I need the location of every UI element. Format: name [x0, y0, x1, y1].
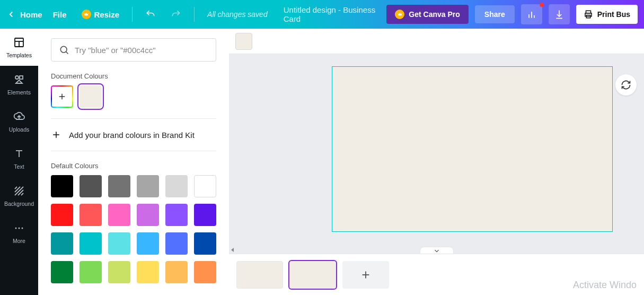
- colour-swatch[interactable]: [137, 232, 159, 255]
- page-thumbnail-1[interactable]: [236, 261, 283, 289]
- colour-swatch[interactable]: [165, 204, 188, 226]
- colour-swatch[interactable]: [165, 175, 188, 197]
- colour-swatch[interactable]: [108, 175, 130, 197]
- rail-elements[interactable]: Elements: [0, 66, 38, 103]
- rail-label: Text: [14, 163, 24, 170]
- undo-icon: [145, 9, 156, 20]
- horizontal-scroll-left[interactable]: [230, 245, 236, 251]
- svg-line-24: [66, 52, 68, 54]
- design-canvas[interactable]: [332, 67, 612, 231]
- page-thumbnail-2[interactable]: [289, 261, 336, 289]
- colour-swatch[interactable]: [165, 261, 188, 283]
- undo-button[interactable]: [141, 5, 160, 24]
- colour-swatch[interactable]: [137, 261, 159, 283]
- get-pro-button[interactable]: Get Canva Pro: [386, 5, 468, 24]
- svg-point-21: [19, 228, 20, 229]
- svg-marker-12: [16, 80, 22, 83]
- colour-swatch[interactable]: [80, 232, 102, 255]
- canvas-area: Activate Windo: [229, 29, 644, 295]
- canvas-stage[interactable]: [229, 54, 644, 254]
- download-icon: [554, 9, 564, 20]
- brand-kit-link[interactable]: Add your brand colours in Brand Kit: [51, 129, 216, 140]
- colour-swatch[interactable]: [194, 261, 216, 283]
- rail-uploads[interactable]: Uploads: [0, 103, 38, 140]
- top-toolbar: Home File Resize All changes saved Untit…: [0, 0, 644, 29]
- add-colour-button[interactable]: [51, 85, 73, 108]
- text-icon: [13, 148, 25, 160]
- resize-label: Resize: [94, 10, 120, 19]
- document-colour-swatch[interactable]: [80, 85, 102, 108]
- colour-swatch[interactable]: [108, 261, 130, 283]
- colour-swatch[interactable]: [80, 175, 102, 197]
- colour-swatch[interactable]: [194, 175, 216, 197]
- crown-icon: [395, 10, 404, 19]
- svg-point-10: [15, 76, 19, 79]
- print-icon: [584, 10, 593, 19]
- rail-label: Templates: [6, 52, 32, 58]
- print-button[interactable]: Print Bus: [576, 5, 638, 24]
- file-menu[interactable]: File: [49, 10, 71, 19]
- svg-point-20: [15, 228, 17, 229]
- rail-background[interactable]: Background: [0, 177, 38, 214]
- chevron-down-icon: [433, 247, 440, 254]
- colour-swatch[interactable]: [80, 204, 102, 226]
- home-button[interactable]: Home: [6, 10, 42, 19]
- colour-swatch[interactable]: [137, 175, 159, 197]
- insights-button[interactable]: [521, 4, 542, 24]
- color-search[interactable]: [51, 38, 216, 62]
- colour-swatch[interactable]: [194, 204, 216, 226]
- templates-icon: [13, 36, 25, 49]
- colour-swatch[interactable]: [108, 204, 130, 226]
- colour-swatch[interactable]: [165, 232, 188, 255]
- add-page-button[interactable]: [342, 261, 389, 289]
- rail-text[interactable]: Text: [0, 140, 38, 177]
- svg-point-23: [60, 46, 67, 53]
- svg-marker-29: [231, 248, 234, 252]
- current-fill-swatch[interactable]: [235, 33, 252, 50]
- notification-dot: [540, 3, 544, 7]
- triangle-left-icon: [230, 247, 235, 253]
- rail-label: Uploads: [9, 126, 30, 133]
- colour-swatch[interactable]: [137, 204, 159, 226]
- document-title[interactable]: Untitled design - Business Card: [284, 5, 381, 23]
- plus-icon: [360, 269, 372, 281]
- brand-kit-text: Add your brand colours in Brand Kit: [69, 131, 195, 140]
- svg-line-19: [21, 193, 23, 195]
- crown-icon: [82, 10, 91, 19]
- chevron-left-icon: [6, 10, 16, 19]
- search-input[interactable]: [75, 46, 208, 55]
- document-colours-label: Document Colours: [51, 72, 216, 80]
- color-panel: Document Colours Add your brand colours …: [38, 29, 229, 295]
- plus-icon: [51, 129, 61, 140]
- share-button[interactable]: Share: [475, 5, 515, 23]
- colour-swatch[interactable]: [51, 261, 73, 283]
- colour-swatch[interactable]: [51, 232, 73, 255]
- home-label: Home: [20, 10, 42, 19]
- rail-templates[interactable]: Templates: [0, 29, 38, 66]
- bar-chart-icon: [526, 9, 537, 20]
- divider: [132, 7, 133, 22]
- rail-label: More: [13, 238, 25, 244]
- rail-more[interactable]: More: [0, 214, 38, 251]
- divider: [194, 7, 195, 22]
- save-status: All changes saved: [207, 10, 268, 19]
- elements-icon: [13, 73, 25, 86]
- more-icon: [13, 222, 25, 235]
- redo-button[interactable]: [166, 5, 186, 24]
- canvas-toolbar: [229, 29, 644, 54]
- download-button[interactable]: [549, 4, 570, 24]
- uploads-icon: [13, 110, 25, 123]
- redo-icon: [171, 9, 181, 20]
- watermark-text: Activate Windo: [573, 280, 637, 291]
- background-icon: [13, 185, 25, 197]
- colour-swatch[interactable]: [194, 232, 216, 255]
- colour-swatch[interactable]: [80, 261, 102, 283]
- colour-swatch[interactable]: [51, 175, 73, 197]
- colour-swatch[interactable]: [108, 232, 130, 255]
- rail-label: Background: [4, 201, 34, 207]
- svg-rect-11: [20, 76, 23, 79]
- resize-button[interactable]: Resize: [77, 10, 124, 19]
- cycle-style-button[interactable]: [615, 74, 637, 96]
- page-strip-collapse[interactable]: [420, 247, 454, 254]
- colour-swatch[interactable]: [51, 204, 73, 226]
